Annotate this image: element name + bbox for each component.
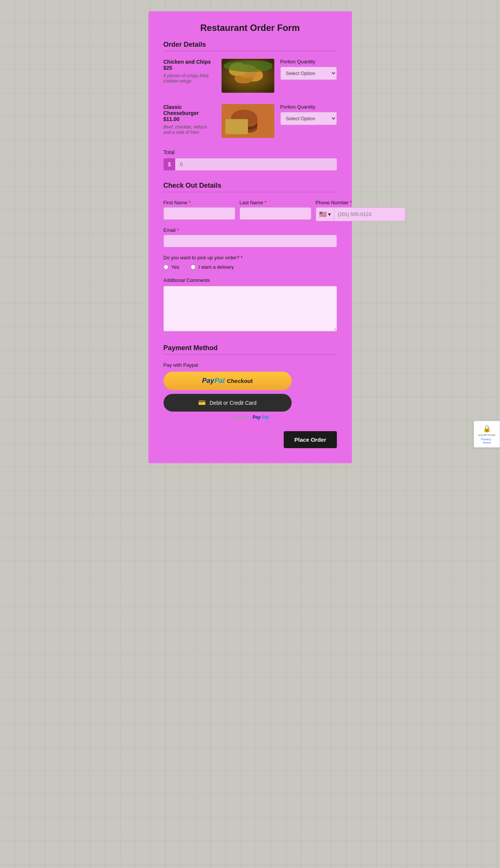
burger-item-image — [222, 104, 274, 138]
recaptcha-privacy-link[interactable]: Privacy — [481, 437, 491, 441]
checkout-section: Check Out Details First Name * Last Name… — [164, 182, 337, 247]
chicken-portion-label: Portion Quantity — [280, 59, 315, 64]
order-details-section: Order Details Chicken and Chips $25 6 pi… — [164, 41, 337, 170]
credit-card-icon: 💳 — [198, 399, 206, 406]
pickup-question-label: Do you want to pick up your order? * — [164, 255, 337, 260]
last-name-label: Last Name * — [240, 200, 311, 205]
chicken-item-desc: 6 pieces of crispy fried chicken wings — [164, 73, 216, 84]
last-name-input[interactable] — [240, 207, 311, 220]
paypal-checkout-button[interactable]: Pay Pal Checkout — [164, 372, 292, 390]
place-order-button[interactable]: Place Order — [284, 431, 336, 448]
phone-flag-selector[interactable]: 🇺🇸 ▾ — [316, 208, 334, 221]
burger-portion-qty: Portion Quantity Select Option 1 2 3 4 5 — [280, 104, 337, 125]
checkout-title: Check Out Details — [164, 182, 337, 192]
debit-card-button[interactable]: 💳 Debit or Credit Card — [164, 394, 292, 412]
chicken-item-name: Chicken and Chips $25 — [164, 59, 216, 71]
burger-item-info: Classic Cheeseburger $11.00 Beef, chedda… — [164, 104, 216, 135]
pickup-delivery-radio[interactable] — [191, 265, 196, 269]
pickup-delivery-option[interactable]: I want a delivery — [191, 264, 234, 270]
phone-group: Phone Number * 🇺🇸 ▾ — [316, 200, 405, 221]
dollar-prefix: $ — [164, 158, 176, 170]
form-container: Restaurant Order Form Order Details Chic… — [148, 11, 352, 463]
burger-item-desc: Beef, cheddar, lettuce and a side of fri… — [164, 124, 216, 135]
email-input[interactable] — [164, 235, 337, 247]
pickup-section: Do you want to pick up your order? * Yes… — [164, 255, 337, 270]
chicken-portion-qty: Portion Quantity Select Option 1 2 3 4 5 — [280, 59, 337, 80]
us-flag-icon: 🇺🇸 — [319, 211, 327, 218]
paypal-checkout-label: Checkout — [227, 378, 252, 384]
powered-by-text: Powered by — [231, 415, 251, 419]
chicken-item-image — [222, 59, 274, 93]
recaptcha-text: reCAPTCHA — [477, 433, 497, 436]
email-row: Email * — [164, 227, 337, 247]
email-group: Email * — [164, 227, 337, 247]
name-phone-row: First Name * Last Name * Phone Number * … — [164, 200, 337, 221]
comments-label: Additional Comments — [164, 277, 337, 283]
pickup-delivery-label: I want a delivery — [199, 264, 234, 270]
order-details-title: Order Details — [164, 41, 337, 51]
page-title: Restaurant Order Form — [164, 23, 337, 33]
payment-title: Payment Method — [164, 344, 337, 355]
chicken-portion-select[interactable]: Select Option 1 2 3 4 5 — [280, 67, 337, 80]
total-input[interactable] — [175, 158, 336, 170]
total-section: Total $ — [164, 149, 337, 170]
burger-portion-select[interactable]: Select Option 1 2 3 4 5 — [280, 112, 337, 125]
last-name-group: Last Name * — [240, 200, 311, 221]
first-name-input[interactable] — [164, 207, 235, 220]
burger-item-name: Classic Cheeseburger $11.00 — [164, 104, 216, 122]
burger-portion-label: Portion Quantity — [280, 104, 315, 110]
paypal-logo-pal: Pal — [214, 377, 225, 385]
menu-item-chicken: Chicken and Chips $25 6 pieces of crispy… — [164, 59, 337, 93]
recaptcha-separator: - — [492, 437, 493, 441]
phone-label: Phone Number * — [316, 200, 405, 205]
comments-textarea[interactable] — [164, 286, 337, 331]
flag-dropdown-arrow: ▾ — [328, 211, 331, 217]
pickup-yes-radio[interactable] — [164, 265, 168, 269]
phone-number-input[interactable] — [334, 208, 405, 221]
pickup-yes-option[interactable]: Yes — [164, 264, 179, 270]
total-input-wrapper: $ — [164, 158, 337, 170]
first-name-label: First Name * — [164, 200, 235, 205]
place-order-row: Place Order — [164, 431, 337, 448]
total-label: Total — [164, 149, 337, 155]
paypal-logo: Pay Pal — [202, 377, 225, 385]
powered-paypal-blue: Pay — [252, 415, 260, 420]
phone-input-wrapper: 🇺🇸 ▾ — [316, 207, 405, 221]
pay-with-label: Pay with Paypal — [164, 362, 337, 368]
powered-paypal-light: Pal — [262, 415, 269, 420]
first-name-group: First Name * — [164, 200, 235, 221]
comments-section: Additional Comments — [164, 277, 337, 333]
recaptcha-logo: 🔒 — [477, 424, 497, 432]
chicken-food-visual — [222, 59, 274, 93]
email-label: Email * — [164, 227, 337, 233]
paypal-logo-pay: Pay — [202, 377, 214, 385]
pickup-yes-label: Yes — [171, 264, 179, 270]
chicken-item-info: Chicken and Chips $25 6 pieces of crispy… — [164, 59, 216, 84]
debit-card-label: Debit or Credit Card — [209, 400, 257, 406]
pickup-options: Yes I want a delivery — [164, 264, 337, 270]
menu-item-burger: Classic Cheeseburger $11.00 Beef, chedda… — [164, 104, 337, 138]
recaptcha-terms-link[interactable]: Terms — [483, 441, 491, 444]
payment-section: Payment Method Pay with Paypal Pay Pal C… — [164, 344, 337, 420]
powered-by-paypal: Powered by PayPal — [164, 415, 337, 420]
recaptcha-links: Privacy - Terms — [477, 437, 497, 444]
recaptcha-badge: 🔒 reCAPTCHA Privacy - Terms — [474, 421, 500, 447]
burger-food-visual — [222, 104, 274, 138]
